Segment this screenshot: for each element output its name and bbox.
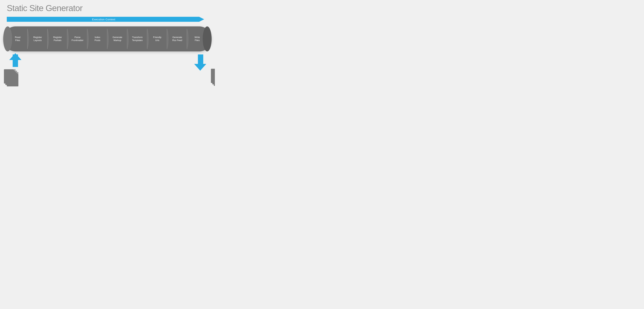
stage-index-posts: IndexPosts — [88, 26, 108, 52]
stage-transform-templates: TransformTemplates — [128, 26, 148, 52]
stage-generate-markup: GenerateMarkup — [108, 26, 128, 52]
stage-label: ReadFiles — [15, 36, 20, 42]
stage-friendly-urls: FriendlyUrls — [148, 26, 168, 52]
stage-label: IndexPosts — [94, 36, 100, 42]
stage-parse-frontmatter: ParseFrontmatter — [68, 26, 88, 52]
stage-label: GenerateMarkup — [112, 36, 122, 42]
stage-register-partials: RegisterPartials — [48, 26, 68, 52]
stage-register-layouts: RegisterLayouts — [28, 26, 48, 52]
stage-generate-rss-feed: GenerateRss Feed — [167, 26, 187, 52]
file-icon — [7, 72, 18, 86]
stage-label: WriteFiles — [194, 36, 200, 42]
stage-label: TransformTemplates — [132, 36, 142, 42]
pipeline-container: ReadFilesRegisterLayoutsRegisterPartials… — [3, 25, 212, 53]
pipeline-body: ReadFilesRegisterLayoutsRegisterPartials… — [3, 26, 212, 52]
pipeline-stages: ReadFilesRegisterLayoutsRegisterPartials… — [3, 26, 212, 52]
input-arrow-shaft — [13, 54, 18, 67]
stage-label: ParseFrontmatter — [72, 36, 84, 42]
stage-read-files: ReadFiles — [8, 26, 28, 52]
page-title: Static Site Generator — [7, 3, 82, 13]
file-icon — [214, 72, 215, 86]
execution-context-arrow: Execution Context — [7, 17, 204, 22]
stage-label: GenerateRss Feed — [172, 36, 182, 42]
stage-label: RegisterPartials — [53, 36, 62, 42]
execution-context-label: Execution Context — [92, 18, 115, 21]
stage-write-files: WriteFiles — [187, 26, 207, 52]
execution-context-container: Execution Context — [7, 16, 204, 22]
output-arrow-head — [194, 64, 206, 71]
stage-label: RegisterLayouts — [33, 36, 42, 42]
stage-label: FriendlyUrls — [153, 36, 161, 42]
